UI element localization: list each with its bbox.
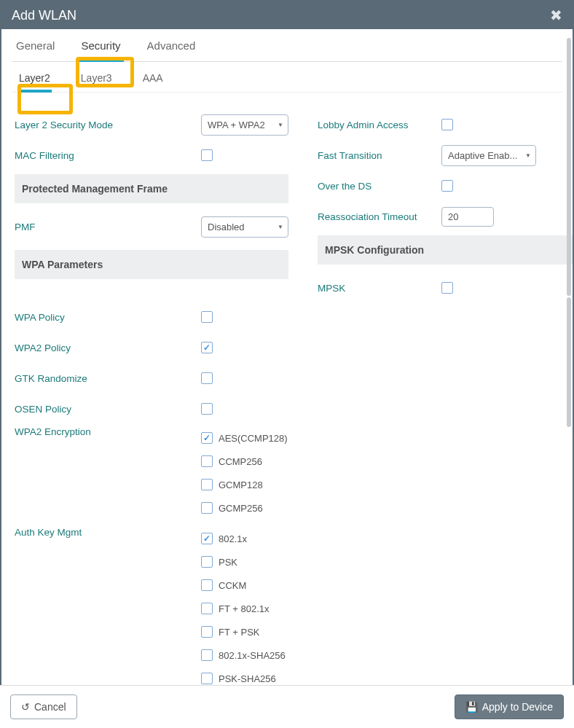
footer: ↺ Cancel 💾 Apply to Device bbox=[0, 685, 574, 728]
tab-layer2[interactable]: Layer2 bbox=[17, 72, 52, 93]
caret-down-icon: ▼ bbox=[278, 122, 283, 128]
akm-cckm-label: CCKM bbox=[219, 580, 246, 591]
auth-key-mgmt-label: Auth Key Mgmt bbox=[15, 527, 201, 689]
window-title: Add WLAN bbox=[12, 8, 76, 23]
akm-ft-psk-checkbox[interactable] bbox=[201, 626, 213, 638]
akm-psk-sha256-checkbox[interactable] bbox=[201, 673, 213, 684]
mpsk-checkbox[interactable] bbox=[441, 282, 453, 294]
osen-policy-label: OSEN Policy bbox=[15, 404, 146, 415]
apply-to-device-button[interactable]: 💾 Apply to Device bbox=[455, 694, 564, 719]
mac-filtering-label: MAC Filtering bbox=[15, 150, 146, 161]
osen-policy-checkbox[interactable] bbox=[201, 403, 213, 415]
cancel-button[interactable]: ↺ Cancel bbox=[10, 694, 77, 719]
enc-aes-checkbox[interactable] bbox=[201, 432, 213, 444]
tab-general[interactable]: General bbox=[13, 39, 58, 61]
caret-down-icon: ▼ bbox=[278, 224, 283, 230]
sub-tabs: Layer2 Layer3 AAA bbox=[12, 62, 562, 93]
akm-psk-label: PSK bbox=[219, 557, 237, 568]
close-icon[interactable]: ✖ bbox=[550, 7, 562, 24]
akm-ft-dot1x-label: FT + 802.1x bbox=[219, 603, 270, 614]
enc-ccmp256-checkbox[interactable] bbox=[201, 455, 213, 467]
layer2-security-mode-label: Layer 2 Security Mode bbox=[15, 120, 146, 130]
akm-psk-sha256-label: PSK-SHA256 bbox=[219, 673, 276, 684]
tab-advanced[interactable]: Advanced bbox=[144, 39, 199, 61]
akm-dot1x-checkbox[interactable] bbox=[201, 533, 213, 544]
layer2-security-mode-select[interactable]: WPA + WPA2 ▼ bbox=[201, 114, 288, 136]
pmf-label: PMF bbox=[15, 222, 146, 232]
lobby-admin-checkbox[interactable] bbox=[441, 119, 453, 130]
lobby-admin-label: Lobby Admin Access bbox=[318, 120, 441, 130]
tab-layer3[interactable]: Layer3 bbox=[79, 72, 114, 92]
right-column: Lobby Admin Access Fast Transition Adapt… bbox=[318, 111, 573, 689]
wpa2-encryption-label: WPA2 Encryption bbox=[15, 426, 201, 520]
scrollbar-thumb[interactable] bbox=[567, 38, 571, 296]
enc-ccmp256-label: CCMP256 bbox=[219, 456, 262, 467]
enc-aes-label: AES(CCMP128) bbox=[219, 433, 288, 444]
wpa-parameters-header: WPA Parameters bbox=[15, 250, 288, 279]
dialog-content: General Security Advanced Layer2 Layer3 … bbox=[1, 29, 573, 689]
enc-gcmp128-label: GCMP128 bbox=[219, 480, 263, 490]
wpa-policy-label: WPA Policy bbox=[15, 312, 146, 323]
mac-filtering-checkbox[interactable] bbox=[201, 149, 213, 161]
reassociation-timeout-label: Reassociation Timeout bbox=[318, 211, 441, 222]
gtk-randomize-label: GTK Randomize bbox=[15, 373, 146, 384]
akm-dot1x-sha256-label: 802.1x-SHA256 bbox=[219, 650, 286, 661]
wpa-policy-checkbox[interactable] bbox=[201, 311, 213, 323]
akm-dot1x-sha256-checkbox[interactable] bbox=[201, 649, 213, 661]
pmf-section-header: Protected Management Frame bbox=[15, 174, 288, 203]
wpa2-policy-checkbox[interactable] bbox=[201, 342, 213, 353]
reassociation-timeout-input[interactable] bbox=[441, 207, 494, 227]
wpa2-policy-label: WPA2 Policy bbox=[15, 343, 146, 353]
enc-gcmp256-checkbox[interactable] bbox=[201, 502, 213, 514]
pmf-select[interactable]: Disabled ▼ bbox=[201, 216, 288, 238]
mpsk-section-header: MPSK Configuration bbox=[318, 235, 573, 265]
akm-ft-dot1x-checkbox[interactable] bbox=[201, 603, 213, 614]
gtk-randomize-checkbox[interactable] bbox=[201, 372, 213, 384]
undo-icon: ↺ bbox=[21, 701, 30, 713]
fast-transition-select[interactable]: Adaptive Enab... ▼ bbox=[441, 145, 536, 166]
title-bar: Add WLAN ✖ bbox=[1, 1, 573, 29]
akm-ft-psk-label: FT + PSK bbox=[219, 627, 259, 638]
caret-down-icon: ▼ bbox=[525, 152, 531, 159]
fast-transition-label: Fast Transition bbox=[318, 150, 441, 161]
over-the-ds-checkbox[interactable] bbox=[441, 180, 453, 192]
over-the-ds-label: Over the DS bbox=[318, 181, 441, 192]
akm-dot1x-label: 802.1x bbox=[219, 533, 247, 544]
main-tabs: General Security Advanced bbox=[12, 29, 562, 62]
scrollbar-thumb[interactable] bbox=[567, 297, 571, 427]
enc-gcmp256-label: GCMP256 bbox=[219, 503, 263, 514]
save-icon: 💾 bbox=[465, 701, 478, 713]
tab-aaa[interactable]: AAA bbox=[141, 72, 165, 92]
enc-gcmp128-checkbox[interactable] bbox=[201, 479, 213, 490]
left-column: Layer 2 Security Mode WPA + WPA2 ▼ MAC F… bbox=[15, 111, 288, 689]
tab-security[interactable]: Security bbox=[78, 39, 123, 62]
akm-cckm-checkbox[interactable] bbox=[201, 579, 213, 591]
akm-psk-checkbox[interactable] bbox=[201, 556, 213, 568]
mpsk-label: MPSK bbox=[318, 283, 441, 294]
